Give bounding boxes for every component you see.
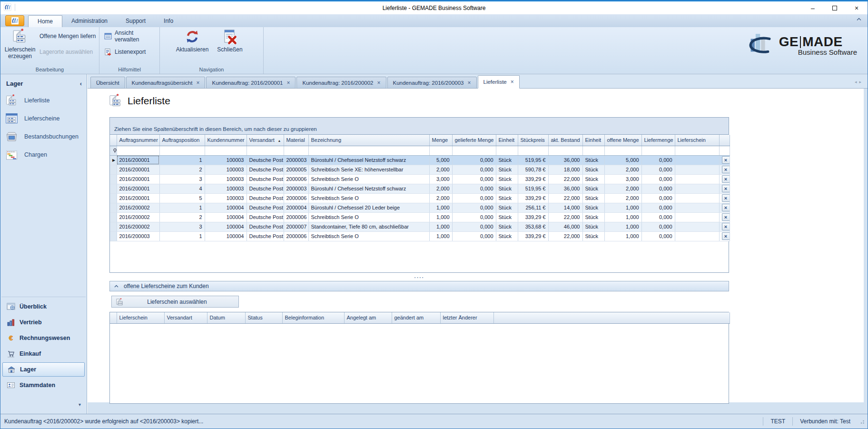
grid-cell[interactable]: 100003 [205,193,247,203]
grid-cell[interactable]: 100004 [205,222,247,231]
grid-cell[interactable] [675,231,719,241]
grid-cell[interactable]: 3 [159,174,205,184]
grid-cell[interactable]: 1,000 [604,203,641,212]
grid-cell[interactable]: Stück [582,193,604,203]
grid-cell[interactable]: 2 [159,165,205,174]
grid-cell[interactable]: 1,000 [604,222,641,231]
sidebar-splitter[interactable] [1,297,86,297]
grid-cell[interactable]: 22,000 [548,212,582,222]
nav-item-lager[interactable]: Lager [2,362,85,377]
grid-cell[interactable]: 339,29 € [518,193,548,203]
select-delivery-note-button[interactable]: Lieferschein auswählen [111,296,239,308]
grid-cell[interactable]: 100003 [205,165,247,174]
grid-cell[interactable]: 590,78 € [518,165,548,174]
sidebar-item-lieferscheine[interactable]: Lieferscheine [5,111,85,126]
filter-cell[interactable] [117,146,159,155]
resize-grip-icon[interactable] [858,418,865,424]
deliver-open-quantities-button[interactable]: Offene Mengen liefern [39,31,96,41]
grid-cell[interactable]: 1,000 [429,231,452,241]
grid-cell[interactable]: 0,000 [452,184,496,193]
grid-cell[interactable]: 46,000 [548,222,582,231]
filter-cell[interactable] [582,146,604,155]
sidebar-item-lieferliste[interactable]: Lieferliste [5,93,85,108]
grid-cell[interactable]: 353,68 € [518,222,548,231]
grid-cell[interactable]: 36,000 [548,184,582,193]
collapse-ribbon-button[interactable] [855,16,863,22]
grid-cell[interactable]: Deutsche Post [247,203,284,212]
ribbon-tab-support[interactable]: Support [117,14,155,27]
grid-cell[interactable] [675,165,719,174]
grid-row[interactable]: 2016/2000031100004Deutsche Post2000006Sc… [110,231,730,241]
nav-item-ueberblick[interactable]: Überblick [2,299,85,314]
grid-cell[interactable]: 4 [159,184,205,193]
grid-cell[interactable]: 2000004 [284,203,308,212]
grid-cell[interactable]: 2000006 [284,212,308,222]
grid-cell[interactable]: 2000006 [284,193,308,203]
grid-cell[interactable]: 18,000 [548,165,582,174]
grid-cell[interactable]: 5,000 [429,155,452,165]
grid-cell[interactable]: 0,000 [641,184,675,193]
filter-cell[interactable] [518,146,548,155]
tab-kundenauftrag-200001[interactable]: Kundenauftrag: 2016/200001 × [206,77,296,89]
sidebar-item-bestandsbuchungen[interactable]: Bestandsbuchungen [5,129,85,144]
column-header[interactable]: akt. Bestand [548,135,582,146]
grid-cell[interactable]: Deutsche Post [247,174,284,184]
nav-item-einkauf[interactable]: Einkauf [2,347,85,361]
tab-kundenauftrag-200002[interactable]: Kundenauftrag: 2016/200002 × [296,77,386,89]
grid-cell[interactable]: 2016/200001 [117,184,159,193]
grid-cell[interactable]: 36,000 [548,155,582,165]
grid-cell[interactable]: Stück [496,193,518,203]
grid-cell[interactable]: 0,000 [641,155,675,165]
grid-cell[interactable]: 2 [159,212,205,222]
grid-cell[interactable]: 100003 [205,155,247,165]
column-header[interactable]: Liefermenge [641,135,675,146]
ribbon-tab-home[interactable]: Home [28,15,62,27]
grid-cell[interactable]: 2,000 [604,165,641,174]
grid-cell[interactable]: Stück [582,184,604,193]
row-indicator[interactable] [110,165,117,174]
column-header[interactable]: Lieferschein [117,312,164,323]
grid-cell[interactable]: 1,000 [604,231,641,241]
column-header[interactable]: gelieferte Menge [452,135,496,146]
filter-cell[interactable] [452,146,496,155]
filter-cell[interactable] [159,146,205,155]
grid-row[interactable]: ▶2016/2000011100003Deutsche Post2000003B… [110,155,730,165]
grid-cell[interactable]: 0,000 [452,222,496,231]
grid-cell[interactable]: 22,000 [548,231,582,241]
grid-cell[interactable]: Stück [496,174,518,184]
filter-cell[interactable] [247,146,284,155]
grid-row[interactable]: 2016/2000022100004Deutsche Post2000006Sc… [110,212,730,222]
grid-cell[interactable] [675,174,719,184]
close-view-button[interactable]: Schließen [213,29,247,53]
grid-cell[interactable] [675,212,719,222]
filter-cell[interactable] [641,146,675,155]
column-header[interactable]: Auftragsnummer [117,135,159,146]
tab-close-icon[interactable]: × [196,80,199,86]
grid-cell[interactable]: Schreibtisch Serie O [308,212,429,222]
grid-cell[interactable]: 2000003 [284,155,308,165]
grid-cell[interactable]: 0,000 [641,203,675,212]
grid-cell[interactable]: 14,000 [548,203,582,212]
collapse-panel-icon[interactable] [114,285,118,288]
close-button[interactable]: × [846,1,868,14]
grid-cell[interactable]: Schreibtisch Serie O [308,193,429,203]
filter-pin-icon[interactable] [110,146,117,155]
ribbon-tab-administration[interactable]: Administration [62,14,117,27]
grid-cell[interactable]: Stück [496,212,518,222]
column-header[interactable]: Versandart▲ [247,135,284,146]
filter-cell[interactable] [604,146,641,155]
grid-cell[interactable]: 0,000 [641,165,675,174]
grid-cell[interactable]: 2000005 [284,165,308,174]
grid-cell[interactable]: 1 [159,155,205,165]
collapse-sidebar-icon[interactable]: ‹ [80,80,82,87]
grid-cell[interactable]: 1,000 [604,212,641,222]
delete-row-button[interactable]: × [722,175,730,183]
grid-cell[interactable]: 2016/200002 [117,222,159,231]
column-header[interactable]: Lieferschein [675,135,719,146]
grid-cell[interactable]: 2,000 [429,165,452,174]
grid-cell[interactable]: Bürostuhl / Chefsessel Netzstoff schwarz [308,184,429,193]
column-header[interactable]: Stückpreis [518,135,548,146]
refresh-button[interactable]: Aktualisieren [173,29,211,53]
maximize-button[interactable] [824,1,846,14]
grid-cell[interactable]: 2000006 [284,174,308,184]
